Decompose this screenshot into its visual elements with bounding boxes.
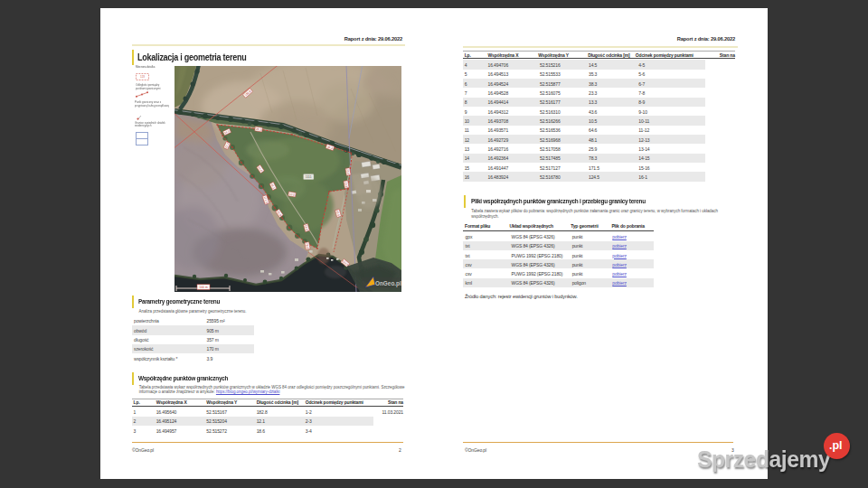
svg-text:100 m: 100 m [199, 286, 208, 289]
svg-text:1111: 1111 [306, 175, 312, 179]
svg-text:123: 123 [140, 75, 145, 79]
svg-text:OnGeo.pl: OnGeo.pl [375, 280, 401, 287]
